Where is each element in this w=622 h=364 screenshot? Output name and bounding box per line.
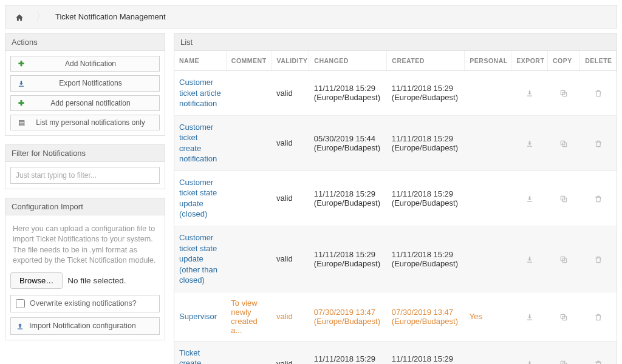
created-cell: 11/11/2018 15:29 (Europe/Budapest) xyxy=(387,71,465,116)
action-label: Add Notification xyxy=(27,59,154,68)
col-delete[interactable]: DELETE xyxy=(580,51,617,71)
export-icon[interactable] xyxy=(525,254,534,263)
col-validity[interactable]: VALIDITY xyxy=(272,51,309,71)
export-icon[interactable] xyxy=(525,89,534,98)
import-config-button[interactable]: Import Notification configuration xyxy=(10,317,160,335)
filter-input[interactable] xyxy=(10,167,160,184)
table-row: Customer ticket state update (closed)val… xyxy=(174,170,617,226)
comment-cell xyxy=(226,226,272,292)
personal-cell xyxy=(465,226,511,292)
list-personal-button[interactable]: ▤ List my personal notifications only xyxy=(10,115,160,130)
comment-cell xyxy=(226,71,272,116)
col-personal[interactable]: PERSONAL xyxy=(465,51,511,71)
validity-cell: valid xyxy=(272,71,309,116)
trash-icon[interactable] xyxy=(594,312,603,321)
notification-name-link[interactable]: Customer ticket article notification xyxy=(179,77,221,109)
changed-cell: 11/11/2018 15:29 (Europe/Budapest) xyxy=(309,226,387,292)
overwrite-checkbox[interactable] xyxy=(16,299,25,308)
actions-panel: Actions ✚ Add Notification Export Notifi… xyxy=(5,33,165,136)
col-changed[interactable]: CHANGED xyxy=(309,51,387,71)
list-icon: ▤ xyxy=(16,118,27,127)
copy-icon[interactable] xyxy=(559,138,568,147)
changed-cell: 11/11/2018 15:29 (Europe/Budapest) xyxy=(309,170,387,226)
copy-icon[interactable] xyxy=(559,89,568,98)
browse-button[interactable]: Browse… xyxy=(10,272,63,289)
trash-icon[interactable] xyxy=(594,359,603,364)
table-row: Ticket create notificationvalid11/11/201… xyxy=(174,341,617,364)
export-icon[interactable] xyxy=(525,194,534,203)
changed-cell: 05/30/2019 15:44 (Europe/Budapest) xyxy=(309,115,387,170)
list-header: List xyxy=(174,34,617,51)
table-row: Customer ticket article notificationvali… xyxy=(174,71,617,116)
plus-icon: ✚ xyxy=(16,99,27,107)
copy-icon[interactable] xyxy=(559,254,568,263)
created-cell: 11/11/2018 15:29 (Europe/Budapest) xyxy=(387,341,465,364)
export-icon[interactable] xyxy=(525,138,534,147)
validity-cell: valid xyxy=(272,226,309,292)
overwrite-checkbox-row[interactable]: Overwrite existing notifications? xyxy=(10,295,160,312)
add-notification-button[interactable]: ✚ Add Notification xyxy=(10,56,160,72)
export-icon[interactable] xyxy=(525,312,534,321)
col-comment[interactable]: COMMENT xyxy=(226,51,272,71)
notification-name-link[interactable]: Ticket create notification xyxy=(179,348,221,364)
download-icon xyxy=(16,79,27,88)
upload-icon xyxy=(16,322,24,331)
copy-icon[interactable] xyxy=(559,359,568,364)
trash-icon[interactable] xyxy=(594,194,603,203)
export-icon[interactable] xyxy=(525,359,534,364)
comment-cell xyxy=(226,341,272,364)
validity-cell: valid xyxy=(272,115,309,170)
notification-name-link[interactable]: Customer ticket create notification xyxy=(179,122,221,164)
col-created[interactable]: CREATED xyxy=(387,51,465,71)
config-import-header: Configuration Import xyxy=(5,198,165,215)
created-cell: 11/11/2018 15:29 (Europe/Budapest) xyxy=(387,115,465,170)
personal-cell xyxy=(465,170,511,226)
trash-icon[interactable] xyxy=(594,138,603,147)
overwrite-label: Overwrite existing notifications? xyxy=(30,299,137,308)
notification-name-link[interactable]: Supervisor xyxy=(179,311,221,322)
created-cell: 11/11/2018 15:29 (Europe/Budapest) xyxy=(387,226,465,292)
config-import-panel: Configuration Import Here you can upload… xyxy=(5,198,165,340)
plus-icon: ✚ xyxy=(16,59,27,68)
filter-panel: Filter for Notifications xyxy=(5,144,165,189)
created-cell: 07/30/2019 13:47 (Europe/Budapest) xyxy=(387,292,465,341)
changed-cell: 11/11/2018 15:29 (Europe/Budapest) xyxy=(309,71,387,116)
actions-header: Actions xyxy=(5,34,165,51)
action-label: List my personal notifications only xyxy=(27,118,154,127)
import-label: Import Notification configuration xyxy=(29,322,136,330)
validity-cell: valid xyxy=(272,341,309,364)
col-name[interactable]: NAME xyxy=(174,51,226,71)
notifications-table: NAME COMMENT VALIDITY CHANGED CREATED PE… xyxy=(174,51,617,364)
comment-cell xyxy=(226,170,272,226)
personal-cell: Yes xyxy=(465,292,511,341)
table-row: SupervisorTo view newly created a...vali… xyxy=(174,292,617,341)
validity-cell: valid xyxy=(272,170,309,226)
trash-icon[interactable] xyxy=(594,254,603,263)
personal-cell xyxy=(465,71,511,116)
notification-name-link[interactable]: Customer ticket state update (other than… xyxy=(179,232,221,286)
copy-icon[interactable] xyxy=(559,194,568,203)
home-icon[interactable] xyxy=(15,12,24,21)
action-label: Add personal notification xyxy=(27,99,154,107)
sidebar: Actions ✚ Add Notification Export Notifi… xyxy=(5,33,165,364)
copy-icon[interactable] xyxy=(559,312,568,321)
content: List NAME COMMENT VALIDITY CHANGED CREAT… xyxy=(174,33,617,364)
export-notifications-button[interactable]: Export Notifications xyxy=(10,75,160,92)
created-cell: 11/11/2018 15:29 (Europe/Budapest) xyxy=(387,170,465,226)
changed-cell: 11/11/2018 15:29 (Europe/Budapest) xyxy=(309,341,387,364)
personal-cell xyxy=(465,341,511,364)
add-personal-notification-button[interactable]: ✚ Add personal notification xyxy=(10,95,160,111)
action-label: Export Notifications xyxy=(27,79,154,87)
list-panel: List NAME COMMENT VALIDITY CHANGED CREAT… xyxy=(174,33,617,364)
config-import-description: Here you can upload a configuration file… xyxy=(10,220,160,272)
comment-cell: To view newly created a... xyxy=(226,292,272,341)
trash-icon[interactable] xyxy=(594,89,603,98)
col-export[interactable]: EXPORT xyxy=(511,51,548,71)
comment-cell xyxy=(226,115,272,170)
table-row: Customer ticket create notificationvalid… xyxy=(174,115,617,170)
no-file-label: No file selected. xyxy=(67,276,126,285)
chevron-right-icon: 〉 xyxy=(36,10,46,23)
notification-name-link[interactable]: Customer ticket state update (closed) xyxy=(179,177,221,220)
personal-cell xyxy=(465,115,511,170)
col-copy[interactable]: COPY xyxy=(547,51,579,71)
